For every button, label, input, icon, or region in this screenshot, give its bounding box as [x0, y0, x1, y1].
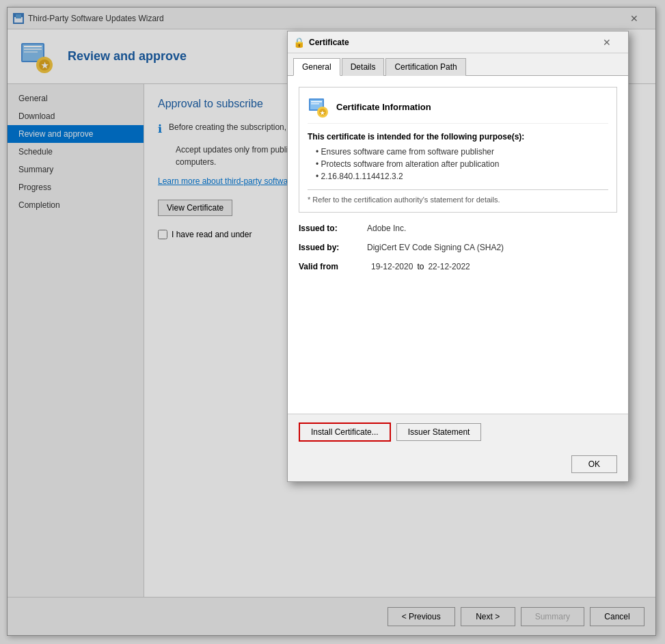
cert-issued-to-value: Adobe Inc. — [367, 224, 406, 233]
cert-tab-general[interactable]: General — [293, 58, 340, 76]
cert-ok-button[interactable]: OK — [571, 455, 617, 473]
certificate-dialog: 🔒 Certificate ✕ General Details Certific… — [287, 31, 629, 482]
cert-issued-to-label: Issued to: — [299, 224, 367, 233]
cert-purpose-title: This certificate is intended for the fol… — [308, 132, 608, 142]
cert-dialog-footer: Install Certificate... Issuer Statement — [288, 414, 628, 450]
cert-dialog-title: Certificate — [309, 38, 591, 47]
cert-refer-text: * Refer to the certification authority's… — [308, 189, 608, 204]
cert-info-box: ★ Certificate Information This certifica… — [299, 87, 617, 213]
svg-rect-13 — [311, 101, 322, 103]
cert-valid-to-label: to — [417, 262, 424, 271]
cert-purpose-item-3: 2.16.840.1.114412.3.2 — [316, 172, 608, 181]
cert-issued-by-row: Issued by: DigiCert EV Code Signing CA (… — [299, 243, 617, 252]
cert-purpose-item-2: Protects software from alteration after … — [316, 159, 608, 169]
cert-issued-by-value: DigiCert EV Code Signing CA (SHA2) — [367, 243, 504, 252]
cert-valid-from-label: Valid from — [299, 262, 367, 271]
cert-dialog-titlebar: 🔒 Certificate ✕ — [288, 31, 628, 53]
cert-issued-by-label: Issued by: — [299, 243, 367, 252]
issuer-statement-button[interactable]: Issuer Statement — [396, 423, 482, 441]
cert-dialog-close-button[interactable]: ✕ — [591, 31, 623, 53]
cert-badge-icon: ★ — [308, 96, 329, 118]
cert-dialog-body: ★ Certificate Information This certifica… — [288, 76, 628, 414]
cert-dialog-bottom: OK — [288, 450, 628, 481]
cert-info-title: Certificate Information — [336, 102, 431, 112]
cert-purpose-list: Ensures software came from software publ… — [316, 147, 608, 181]
install-certificate-button[interactable]: Install Certificate... — [299, 422, 391, 442]
cert-tab-certification-path[interactable]: Certification Path — [385, 58, 465, 76]
cert-titlebar-icon: 🔒 — [293, 37, 305, 48]
cert-valid-to-value: 22-12-2022 — [428, 262, 470, 271]
cert-tab-details[interactable]: Details — [342, 58, 385, 76]
cert-valid-row: Valid from 19-12-2020 to 22-12-2022 — [299, 262, 617, 271]
svg-rect-14 — [311, 103, 319, 105]
svg-text:★: ★ — [320, 110, 325, 116]
cert-issued-to-row: Issued to: Adobe Inc. — [299, 224, 617, 233]
cert-tabs: General Details Certification Path — [288, 53, 628, 76]
cert-valid-from-value: 19-12-2020 — [371, 262, 413, 271]
cert-info-header: ★ Certificate Information — [308, 96, 608, 124]
cert-purpose-item-1: Ensures software came from software publ… — [316, 147, 608, 157]
